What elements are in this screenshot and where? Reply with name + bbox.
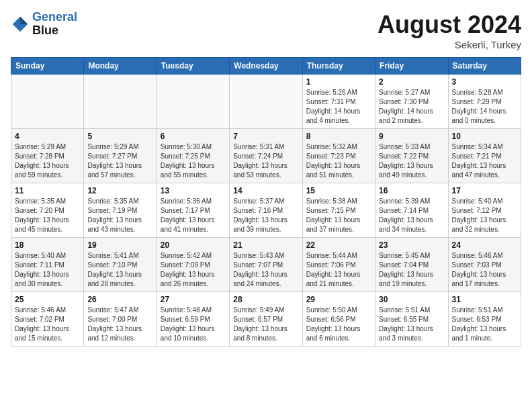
calendar-cell: 7Sunrise: 5:31 AMSunset: 7:24 PMDaylight…	[230, 129, 302, 183]
day-number: 27	[161, 295, 226, 304]
day-number: 8	[306, 132, 371, 141]
day-info: Sunrise: 5:29 AMSunset: 7:27 PMDaylight:…	[87, 142, 152, 180]
calendar-cell: 12Sunrise: 5:35 AMSunset: 7:19 PMDayligh…	[84, 183, 157, 238]
weekday-header-row: SundayMondayTuesdayWednesdayThursdayFrid…	[11, 58, 521, 75]
weekday-header-thursday: Thursday	[302, 58, 375, 75]
calendar-cell: 5Sunrise: 5:29 AMSunset: 7:27 PMDaylight…	[84, 129, 157, 183]
day-number: 14	[233, 186, 298, 195]
calendar-week-2: 4Sunrise: 5:29 AMSunset: 7:28 PMDaylight…	[11, 129, 521, 183]
day-number: 21	[233, 240, 298, 250]
day-info: Sunrise: 5:29 AMSunset: 7:28 PMDaylight:…	[15, 142, 80, 180]
day-info: Sunrise: 5:40 AMSunset: 7:11 PMDaylight:…	[15, 251, 80, 289]
day-number: 1	[306, 77, 371, 87]
day-number: 23	[379, 240, 444, 250]
day-number: 26	[87, 295, 152, 304]
day-number: 28	[233, 295, 298, 304]
calendar-cell: 2Sunrise: 5:27 AMSunset: 7:30 PMDaylight…	[375, 75, 448, 129]
day-info: Sunrise: 5:49 AMSunset: 6:57 PMDaylight:…	[233, 306, 298, 343]
day-number: 19	[87, 240, 152, 250]
day-info: Sunrise: 5:40 AMSunset: 7:12 PMDaylight:…	[452, 197, 517, 234]
calendar-cell	[84, 75, 157, 129]
calendar-week-3: 11Sunrise: 5:35 AMSunset: 7:20 PMDayligh…	[11, 183, 521, 238]
day-info: Sunrise: 5:27 AMSunset: 7:30 PMDaylight:…	[379, 88, 444, 126]
logo: General Blue	[11, 11, 77, 38]
day-info: Sunrise: 5:38 AMSunset: 7:15 PMDaylight:…	[306, 197, 371, 234]
day-number: 5	[87, 132, 152, 141]
day-info: Sunrise: 5:37 AMSunset: 7:16 PMDaylight:…	[233, 197, 298, 234]
calendar-cell: 19Sunrise: 5:41 AMSunset: 7:10 PMDayligh…	[84, 238, 157, 292]
day-number: 25	[15, 295, 80, 304]
day-number: 9	[379, 132, 444, 141]
page-header: General Blue August 2024 Sekerli, Turkey	[11, 11, 521, 50]
day-number: 3	[452, 77, 517, 87]
day-number: 24	[452, 240, 517, 250]
calendar-cell: 14Sunrise: 5:37 AMSunset: 7:16 PMDayligh…	[230, 183, 302, 238]
day-number: 13	[161, 186, 226, 195]
month-title: August 2024	[378, 11, 521, 39]
calendar-cell	[157, 75, 229, 129]
calendar-cell: 17Sunrise: 5:40 AMSunset: 7:12 PMDayligh…	[448, 183, 521, 238]
calendar-cell: 3Sunrise: 5:28 AMSunset: 7:29 PMDaylight…	[448, 75, 521, 129]
day-number: 31	[452, 295, 517, 304]
calendar-cell: 6Sunrise: 5:30 AMSunset: 7:25 PMDaylight…	[157, 129, 229, 183]
day-info: Sunrise: 5:42 AMSunset: 7:09 PMDaylight:…	[161, 251, 226, 289]
calendar-cell: 9Sunrise: 5:33 AMSunset: 7:22 PMDaylight…	[375, 129, 448, 183]
title-block: August 2024 Sekerli, Turkey	[378, 11, 521, 50]
day-number: 11	[15, 186, 80, 195]
svg-marker-1	[20, 17, 28, 24]
day-info: Sunrise: 5:35 AMSunset: 7:19 PMDaylight:…	[87, 197, 152, 234]
day-info: Sunrise: 5:51 AMSunset: 6:53 PMDaylight:…	[452, 306, 517, 343]
day-number: 4	[15, 132, 80, 141]
day-number: 29	[306, 295, 371, 304]
day-number: 18	[15, 240, 80, 250]
day-number: 17	[452, 186, 517, 195]
logo-text: General Blue	[32, 11, 77, 38]
weekday-header-tuesday: Tuesday	[157, 58, 229, 75]
day-info: Sunrise: 5:46 AMSunset: 7:03 PMDaylight:…	[452, 251, 517, 289]
weekday-header-monday: Monday	[84, 58, 157, 75]
day-info: Sunrise: 5:36 AMSunset: 7:17 PMDaylight:…	[161, 197, 226, 234]
day-number: 6	[161, 132, 226, 141]
calendar-cell: 20Sunrise: 5:42 AMSunset: 7:09 PMDayligh…	[157, 238, 229, 292]
weekday-header-saturday: Saturday	[448, 58, 521, 75]
calendar-week-5: 25Sunrise: 5:46 AMSunset: 7:02 PMDayligh…	[11, 292, 521, 347]
day-info: Sunrise: 5:44 AMSunset: 7:06 PMDaylight:…	[306, 251, 371, 289]
day-info: Sunrise: 5:39 AMSunset: 7:14 PMDaylight:…	[379, 197, 444, 234]
calendar-cell: 8Sunrise: 5:32 AMSunset: 7:23 PMDaylight…	[302, 129, 375, 183]
day-number: 10	[452, 132, 517, 141]
calendar-cell: 21Sunrise: 5:43 AMSunset: 7:07 PMDayligh…	[230, 238, 302, 292]
calendar-week-4: 18Sunrise: 5:40 AMSunset: 7:11 PMDayligh…	[11, 238, 521, 292]
logo-line1: General	[32, 10, 77, 24]
logo-line2: Blue	[32, 24, 77, 38]
day-info: Sunrise: 5:28 AMSunset: 7:29 PMDaylight:…	[452, 88, 517, 126]
day-number: 20	[161, 240, 226, 250]
calendar-cell: 22Sunrise: 5:44 AMSunset: 7:06 PMDayligh…	[302, 238, 375, 292]
calendar-cell: 28Sunrise: 5:49 AMSunset: 6:57 PMDayligh…	[230, 292, 302, 347]
calendar-cell: 4Sunrise: 5:29 AMSunset: 7:28 PMDaylight…	[11, 129, 84, 183]
calendar-cell: 27Sunrise: 5:48 AMSunset: 6:59 PMDayligh…	[157, 292, 229, 347]
day-number: 15	[306, 186, 371, 195]
day-info: Sunrise: 5:35 AMSunset: 7:20 PMDaylight:…	[15, 197, 80, 234]
day-number: 22	[306, 240, 371, 250]
weekday-header-sunday: Sunday	[11, 58, 84, 75]
day-info: Sunrise: 5:43 AMSunset: 7:07 PMDaylight:…	[233, 251, 298, 289]
calendar-cell: 11Sunrise: 5:35 AMSunset: 7:20 PMDayligh…	[11, 183, 84, 238]
calendar-cell: 25Sunrise: 5:46 AMSunset: 7:02 PMDayligh…	[11, 292, 84, 347]
day-info: Sunrise: 5:34 AMSunset: 7:21 PMDaylight:…	[452, 142, 517, 180]
day-number: 30	[379, 295, 444, 304]
calendar-cell	[11, 75, 84, 129]
calendar-cell	[230, 75, 302, 129]
calendar-week-1: 1Sunrise: 5:26 AMSunset: 7:31 PMDaylight…	[11, 75, 521, 129]
calendar-cell: 23Sunrise: 5:45 AMSunset: 7:04 PMDayligh…	[375, 238, 448, 292]
calendar-cell: 1Sunrise: 5:26 AMSunset: 7:31 PMDaylight…	[302, 75, 375, 129]
day-info: Sunrise: 5:50 AMSunset: 6:56 PMDaylight:…	[306, 306, 371, 343]
day-info: Sunrise: 5:41 AMSunset: 7:10 PMDaylight:…	[87, 251, 152, 289]
day-info: Sunrise: 5:33 AMSunset: 7:22 PMDaylight:…	[379, 142, 444, 180]
day-info: Sunrise: 5:45 AMSunset: 7:04 PMDaylight:…	[379, 251, 444, 289]
calendar-cell: 13Sunrise: 5:36 AMSunset: 7:17 PMDayligh…	[157, 183, 229, 238]
calendar-cell: 18Sunrise: 5:40 AMSunset: 7:11 PMDayligh…	[11, 238, 84, 292]
calendar-cell: 16Sunrise: 5:39 AMSunset: 7:14 PMDayligh…	[375, 183, 448, 238]
calendar-cell: 24Sunrise: 5:46 AMSunset: 7:03 PMDayligh…	[448, 238, 521, 292]
day-info: Sunrise: 5:48 AMSunset: 6:59 PMDaylight:…	[161, 306, 226, 343]
calendar-cell: 31Sunrise: 5:51 AMSunset: 6:53 PMDayligh…	[448, 292, 521, 347]
